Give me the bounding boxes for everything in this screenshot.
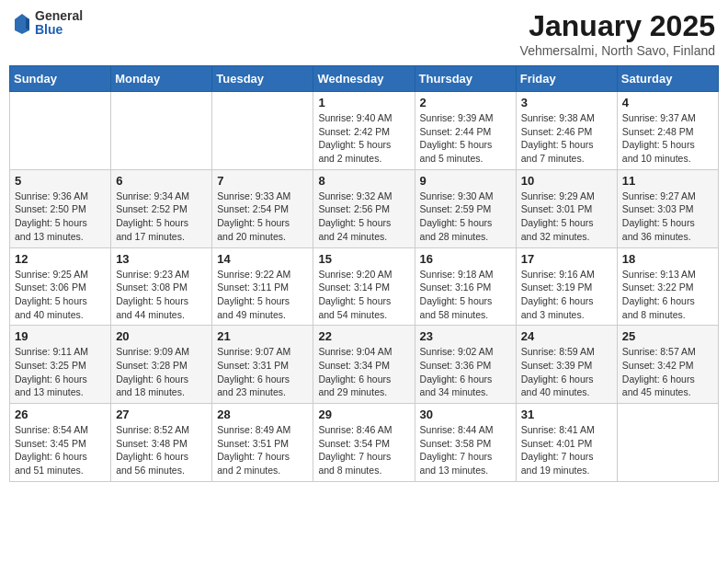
day-number: 16 [420,252,511,266]
day-info: Sunrise: 9:27 AM Sunset: 3:03 PM Dayligh… [622,190,713,244]
day-number: 27 [116,408,207,421]
calendar-day-cell [212,92,313,170]
calendar-week-4: 19Sunrise: 9:11 AM Sunset: 3:25 PM Dayli… [10,326,719,404]
day-number: 23 [420,329,511,343]
day-number: 29 [318,408,409,421]
calendar-day-cell: 6Sunrise: 9:34 AM Sunset: 2:52 PM Daylig… [111,169,212,247]
calendar-day-cell: 13Sunrise: 9:23 AM Sunset: 3:08 PM Dayli… [111,247,212,326]
weekday-header-saturday: Saturday [617,66,718,92]
day-info: Sunrise: 9:13 AM Sunset: 3:22 PM Dayligh… [622,268,713,322]
day-number: 20 [116,329,207,343]
day-info: Sunrise: 9:34 AM Sunset: 2:52 PM Dayligh… [116,190,207,244]
calendar-day-cell: 7Sunrise: 9:33 AM Sunset: 2:54 PM Daylig… [212,169,313,247]
calendar-day-cell: 8Sunrise: 9:32 AM Sunset: 2:56 PM Daylig… [313,169,415,247]
day-number: 6 [116,174,207,188]
calendar-week-1: 1Sunrise: 9:40 AM Sunset: 2:42 PM Daylig… [10,92,719,170]
day-number: 15 [318,252,409,266]
day-number: 21 [217,329,308,343]
calendar-day-cell: 14Sunrise: 9:22 AM Sunset: 3:11 PM Dayli… [212,247,313,326]
calendar-day-cell: 17Sunrise: 9:16 AM Sunset: 3:19 PM Dayli… [516,247,617,326]
weekday-header-monday: Monday [111,66,212,92]
day-info: Sunrise: 9:07 AM Sunset: 3:31 PM Dayligh… [217,345,308,399]
calendar-day-cell: 10Sunrise: 9:29 AM Sunset: 3:01 PM Dayli… [516,169,617,247]
day-info: Sunrise: 9:22 AM Sunset: 3:11 PM Dayligh… [217,268,308,322]
calendar-day-cell: 31Sunrise: 8:41 AM Sunset: 4:01 PM Dayli… [516,404,617,482]
day-info: Sunrise: 8:54 AM Sunset: 3:45 PM Dayligh… [15,423,106,477]
day-number: 3 [521,96,612,109]
day-number: 7 [217,174,308,188]
weekday-header-sunday: Sunday [10,66,111,92]
day-info: Sunrise: 9:11 AM Sunset: 3:25 PM Dayligh… [15,345,106,399]
day-info: Sunrise: 9:39 AM Sunset: 2:44 PM Dayligh… [420,111,511,166]
day-number: 31 [521,408,612,421]
calendar-day-cell: 21Sunrise: 9:07 AM Sunset: 3:31 PM Dayli… [212,326,313,404]
day-number: 2 [420,96,511,109]
day-info: Sunrise: 9:38 AM Sunset: 2:46 PM Dayligh… [521,111,612,166]
day-info: Sunrise: 9:20 AM Sunset: 3:14 PM Dayligh… [318,268,409,322]
day-info: Sunrise: 9:18 AM Sunset: 3:16 PM Dayligh… [420,268,511,322]
day-number: 13 [116,252,207,266]
weekday-header-row: SundayMondayTuesdayWednesdayThursdayFrid… [10,66,719,92]
day-number: 28 [217,408,308,421]
page-header: General Blue January 2025 Vehmersalmi, N… [9,9,719,58]
day-info: Sunrise: 8:44 AM Sunset: 3:58 PM Dayligh… [420,423,511,477]
day-number: 1 [318,96,409,109]
day-info: Sunrise: 9:16 AM Sunset: 3:19 PM Dayligh… [521,268,612,322]
day-info: Sunrise: 9:30 AM Sunset: 2:59 PM Dayligh… [420,190,511,244]
title-block: January 2025 Vehmersalmi, North Savo, Fi… [520,9,715,58]
day-info: Sunrise: 8:52 AM Sunset: 3:48 PM Dayligh… [116,423,207,477]
calendar-day-cell: 27Sunrise: 8:52 AM Sunset: 3:48 PM Dayli… [111,404,212,482]
day-number: 11 [622,174,713,188]
calendar-day-cell: 28Sunrise: 8:49 AM Sunset: 3:51 PM Dayli… [212,404,313,482]
calendar-week-5: 26Sunrise: 8:54 AM Sunset: 3:45 PM Dayli… [10,404,719,482]
logo: General Blue [13,9,83,38]
day-info: Sunrise: 8:59 AM Sunset: 3:39 PM Dayligh… [521,345,612,399]
day-number: 22 [318,329,409,343]
weekday-header-wednesday: Wednesday [313,66,415,92]
day-info: Sunrise: 9:32 AM Sunset: 2:56 PM Dayligh… [318,190,409,244]
calendar-title: January 2025 [520,9,715,43]
calendar-day-cell: 18Sunrise: 9:13 AM Sunset: 3:22 PM Dayli… [617,247,718,326]
weekday-header-thursday: Thursday [415,66,516,92]
calendar-day-cell: 2Sunrise: 9:39 AM Sunset: 2:44 PM Daylig… [415,92,516,170]
calendar-day-cell: 3Sunrise: 9:38 AM Sunset: 2:46 PM Daylig… [516,92,617,170]
day-info: Sunrise: 8:57 AM Sunset: 3:42 PM Dayligh… [622,345,713,399]
calendar-day-cell: 20Sunrise: 9:09 AM Sunset: 3:28 PM Dayli… [111,326,212,404]
logo-blue-text: Blue [35,23,83,37]
calendar-day-cell: 5Sunrise: 9:36 AM Sunset: 2:50 PM Daylig… [10,169,111,247]
day-info: Sunrise: 9:23 AM Sunset: 3:08 PM Dayligh… [116,268,207,322]
logo-text: General Blue [35,9,83,38]
calendar-location: Vehmersalmi, North Savo, Finland [520,43,715,58]
calendar-day-cell [617,404,718,482]
day-info: Sunrise: 9:29 AM Sunset: 3:01 PM Dayligh… [521,190,612,244]
day-number: 10 [521,174,612,188]
day-number: 9 [420,174,511,188]
day-number: 30 [420,408,511,421]
day-number: 8 [318,174,409,188]
calendar-day-cell: 26Sunrise: 8:54 AM Sunset: 3:45 PM Dayli… [10,404,111,482]
calendar-day-cell: 19Sunrise: 9:11 AM Sunset: 3:25 PM Dayli… [10,326,111,404]
calendar-day-cell: 30Sunrise: 8:44 AM Sunset: 3:58 PM Dayli… [415,404,516,482]
calendar-day-cell [111,92,212,170]
calendar-day-cell: 22Sunrise: 9:04 AM Sunset: 3:34 PM Dayli… [313,326,415,404]
calendar-day-cell: 12Sunrise: 9:25 AM Sunset: 3:06 PM Dayli… [10,247,111,326]
day-info: Sunrise: 9:04 AM Sunset: 3:34 PM Dayligh… [318,345,409,399]
day-number: 24 [521,329,612,343]
day-number: 17 [521,252,612,266]
calendar-week-2: 5Sunrise: 9:36 AM Sunset: 2:50 PM Daylig… [10,169,719,247]
calendar-day-cell: 25Sunrise: 8:57 AM Sunset: 3:42 PM Dayli… [617,326,718,404]
day-number: 19 [15,329,106,343]
calendar-day-cell: 15Sunrise: 9:20 AM Sunset: 3:14 PM Dayli… [313,247,415,326]
day-info: Sunrise: 9:33 AM Sunset: 2:54 PM Dayligh… [217,190,308,244]
day-number: 5 [15,174,106,188]
calendar-day-cell: 11Sunrise: 9:27 AM Sunset: 3:03 PM Dayli… [617,169,718,247]
day-info: Sunrise: 9:02 AM Sunset: 3:36 PM Dayligh… [420,345,511,399]
calendar-day-cell: 9Sunrise: 9:30 AM Sunset: 2:59 PM Daylig… [415,169,516,247]
day-info: Sunrise: 8:41 AM Sunset: 4:01 PM Dayligh… [521,423,612,477]
calendar-day-cell: 23Sunrise: 9:02 AM Sunset: 3:36 PM Dayli… [415,326,516,404]
calendar-week-3: 12Sunrise: 9:25 AM Sunset: 3:06 PM Dayli… [10,247,719,326]
weekday-header-tuesday: Tuesday [212,66,313,92]
day-info: Sunrise: 9:36 AM Sunset: 2:50 PM Dayligh… [15,190,106,244]
calendar-day-cell [10,92,111,170]
day-info: Sunrise: 9:37 AM Sunset: 2:48 PM Dayligh… [622,111,713,166]
